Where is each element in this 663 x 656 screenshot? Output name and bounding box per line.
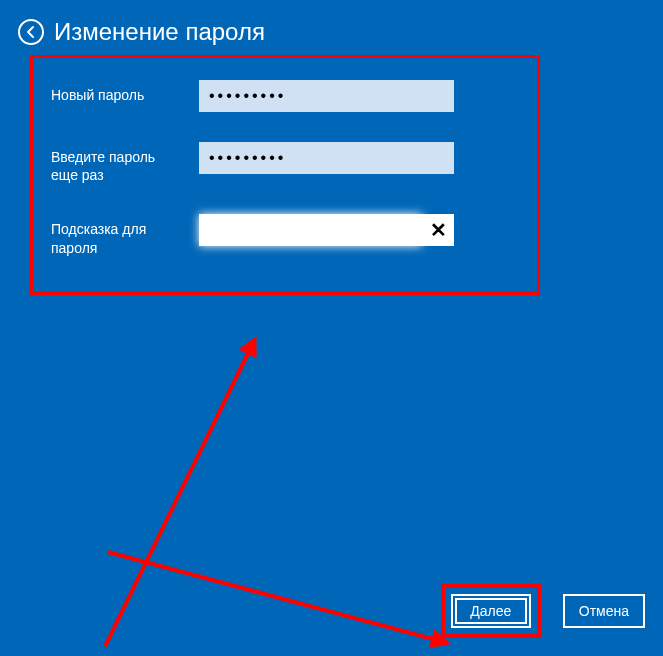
annotation-arrow (103, 344, 253, 647)
password-hint-label: Подсказка для пароля (51, 214, 181, 256)
password-hint-input[interactable] (199, 214, 422, 246)
arrow-left-icon (24, 25, 38, 39)
new-password-input[interactable] (199, 80, 454, 112)
cancel-button[interactable]: Отмена (563, 594, 645, 628)
page-title: Изменение пароля (54, 18, 265, 46)
confirm-password-label: Введите пароль еще раз (51, 142, 181, 184)
close-icon: ✕ (430, 218, 447, 242)
next-button-highlight: Далее (441, 584, 541, 638)
password-hint-field-wrap: ✕ (199, 214, 454, 246)
password-form-highlight: Новый пароль Введите пароль еще раз Подс… (30, 55, 540, 295)
back-button[interactable] (18, 19, 44, 45)
new-password-label: Новый пароль (51, 80, 181, 104)
clear-hint-button[interactable]: ✕ (422, 214, 454, 246)
annotation-arrow (107, 550, 441, 643)
confirm-password-input[interactable] (199, 142, 454, 174)
next-button[interactable]: Далее (451, 594, 531, 628)
